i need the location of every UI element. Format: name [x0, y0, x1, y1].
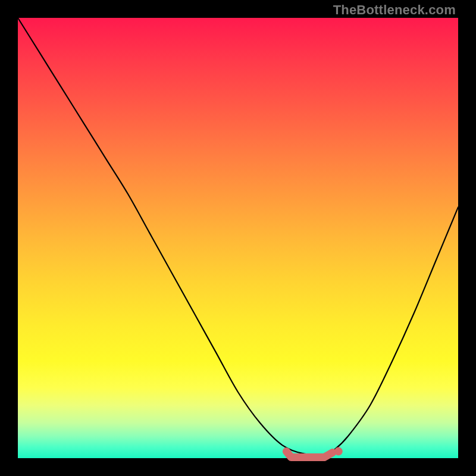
chart-frame: TheBottleneck.com: [0, 0, 476, 476]
chart-svg: [18, 18, 458, 458]
bottleneck-curve-line: [18, 18, 458, 455]
optimal-range-marker: [286, 452, 332, 458]
optimal-end-dot: [334, 447, 343, 456]
watermark-text: TheBottleneck.com: [333, 2, 456, 18]
